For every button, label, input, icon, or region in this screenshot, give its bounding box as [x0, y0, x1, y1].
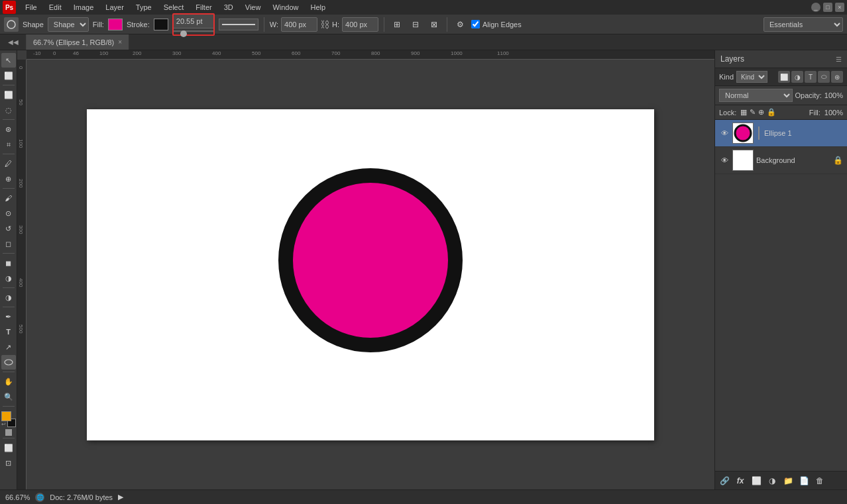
- layer-link-button[interactable]: 🔗: [718, 474, 731, 487]
- quick-select-tool[interactable]: ⊛: [1, 122, 16, 136]
- layer-background[interactable]: 👁 Background 🔒: [715, 147, 847, 174]
- history-brush-tool[interactable]: ↺: [1, 221, 16, 236]
- menu-help[interactable]: Help: [306, 2, 331, 13]
- lasso-tool[interactable]: ◌: [1, 103, 16, 117]
- close-button[interactable]: ×: [835, 3, 844, 12]
- opacity-label: Opacity:: [795, 91, 822, 99]
- ellipse-svg: [87, 109, 654, 440]
- stroke-value-wrap: [172, 13, 215, 36]
- brush-tool[interactable]: 🖌: [1, 191, 16, 205]
- status-info-icon[interactable]: 🌐: [35, 493, 44, 502]
- layer-ellipse-1[interactable]: 👁 Ellipse 1: [715, 120, 847, 147]
- document-tab-close[interactable]: ×: [118, 38, 122, 46]
- menu-type[interactable]: Type: [131, 2, 157, 13]
- lock-position-icon[interactable]: ✎: [750, 108, 756, 117]
- blend-mode-select[interactable]: Normal Multiply Screen Overlay: [719, 89, 793, 102]
- type-filter-icon[interactable]: T: [805, 71, 817, 83]
- frame-tool[interactable]: ⊡: [1, 456, 16, 470]
- default-colors-icon[interactable]: ↩: [1, 421, 6, 427]
- shape-tool[interactable]: [1, 355, 16, 370]
- layer-fx-button[interactable]: fx: [734, 474, 747, 487]
- transform-align-icon[interactable]: ⊠: [427, 17, 441, 32]
- quick-mask-icon[interactable]: [5, 429, 12, 436]
- layer-ellipse-1-visibility[interactable]: 👁: [719, 128, 730, 138]
- kind-filter-select[interactable]: Kind: [736, 71, 767, 83]
- stroke-slider[interactable]: [174, 28, 213, 34]
- transform-path-icon[interactable]: ⊟: [408, 17, 423, 32]
- document-tab[interactable]: 66.7% (Ellipse 1, RGB/8) ×: [27, 34, 129, 50]
- delete-layer-button[interactable]: 🗑: [813, 474, 826, 487]
- stroke-value-input[interactable]: [174, 15, 213, 28]
- shape-dropdown[interactable]: Shape Path Pixels: [48, 17, 89, 32]
- layer-adjustment-button[interactable]: ◑: [765, 474, 779, 487]
- zoom-tool[interactable]: 🔍: [1, 389, 16, 404]
- main-layout: ↖ ⬜ ⬜ ◌ ⊛ ⌗ 🖊 ⊕ 🖌 ⊙ ↺ ◻ ◼ ◑ ◑ ✒ T ↗ ✋ 🔍: [0, 50, 847, 489]
- artboard-tool[interactable]: ⬜: [1, 68, 16, 83]
- menu-window[interactable]: Window: [267, 2, 304, 13]
- menu-select[interactable]: Select: [158, 2, 190, 13]
- pixel-filter-icon[interactable]: ⬜: [778, 71, 790, 83]
- minimize-button[interactable]: _: [811, 3, 820, 12]
- transform-warp-icon[interactable]: ⊞: [390, 17, 404, 32]
- menu-3d[interactable]: 3D: [219, 2, 239, 13]
- fill-value[interactable]: 100%: [824, 109, 843, 117]
- lock-artboard-icon[interactable]: ⊕: [758, 108, 764, 117]
- panel-menu-icon[interactable]: ☰: [836, 56, 842, 63]
- workspace-dropdown[interactable]: Essentials: [763, 17, 843, 32]
- clone-stamp-tool[interactable]: ⊙: [1, 206, 16, 221]
- gradient-tool[interactable]: ◼: [1, 256, 16, 270]
- panel-collapse-btn[interactable]: ◀◀: [0, 34, 27, 50]
- move-tool[interactable]: ↖: [1, 53, 16, 68]
- menu-filter[interactable]: Filter: [190, 2, 217, 13]
- w-label: W:: [270, 21, 278, 28]
- tools-panel: ↖ ⬜ ⬜ ◌ ⊛ ⌗ 🖊 ⊕ 🖌 ⊙ ↺ ◻ ◼ ◑ ◑ ✒ T ↗ ✋ 🔍: [0, 50, 17, 489]
- menu-layer[interactable]: Layer: [100, 2, 129, 13]
- layers-blend-bar: Normal Multiply Screen Overlay Opacity: …: [715, 86, 847, 105]
- blur-tool[interactable]: ◑: [1, 271, 16, 285]
- path-selection-tool[interactable]: ↗: [1, 340, 16, 354]
- maximize-button[interactable]: □: [823, 3, 832, 12]
- menu-edit[interactable]: Edit: [44, 2, 67, 13]
- layer-ellipse-1-thumbnail: [732, 123, 754, 144]
- doc-info: Doc: 2.76M/0 bytes: [50, 493, 113, 501]
- width-input[interactable]: [281, 17, 317, 32]
- height-input[interactable]: [342, 17, 378, 32]
- hand-tool[interactable]: ✋: [1, 374, 16, 389]
- align-edges-checkbox[interactable]: [471, 20, 480, 28]
- smart-filter-icon[interactable]: ⊛: [831, 71, 843, 83]
- pen-tool[interactable]: ✒: [1, 309, 16, 324]
- shape-filter-icon[interactable]: ⬭: [818, 71, 830, 83]
- canvas-document[interactable]: [87, 109, 654, 440]
- fill-color-swatch[interactable]: [108, 19, 123, 30]
- opacity-value[interactable]: 100%: [824, 91, 843, 99]
- marquee-tool[interactable]: ⬜: [1, 87, 16, 102]
- crop-tool[interactable]: ⌗: [1, 137, 16, 152]
- status-expand-arrow[interactable]: ▶: [118, 493, 123, 501]
- separator-2: [384, 17, 384, 32]
- layer-mask-button[interactable]: ⬜: [750, 474, 763, 487]
- foreground-color-swatch[interactable]: [1, 411, 11, 421]
- layer-background-visibility[interactable]: 👁: [719, 155, 730, 166]
- eraser-tool[interactable]: ◻: [1, 236, 16, 251]
- lock-pixels-icon[interactable]: ▦: [740, 108, 747, 117]
- layer-ellipse-1-name: Ellipse 1: [764, 129, 843, 137]
- adjustment-filter-icon[interactable]: ◑: [791, 71, 803, 83]
- layer-folder-button[interactable]: 📁: [781, 474, 795, 487]
- menu-image[interactable]: Image: [68, 2, 99, 13]
- ellipse-tool-icon[interactable]: [4, 17, 19, 32]
- new-layer-button[interactable]: 📄: [797, 474, 811, 487]
- type-tool[interactable]: T: [1, 325, 16, 339]
- lock-all-icon[interactable]: 🔒: [767, 108, 776, 117]
- eyedropper-tool[interactable]: 🖊: [1, 156, 16, 171]
- tool-sep-5: [3, 253, 15, 254]
- menu-view[interactable]: View: [240, 2, 266, 13]
- dodge-tool[interactable]: ◑: [1, 290, 16, 305]
- stroke-color-swatch[interactable]: [154, 19, 168, 30]
- spot-heal-tool[interactable]: ⊕: [1, 172, 16, 186]
- gear-icon[interactable]: ⚙: [453, 17, 467, 32]
- screen-mode-icon[interactable]: ⬜: [1, 440, 16, 455]
- stroke-line-preview[interactable]: [219, 19, 258, 30]
- chain-icon[interactable]: ⛓: [320, 19, 329, 30]
- layer-background-thumbnail: [732, 150, 754, 171]
- menu-file[interactable]: File: [20, 2, 42, 13]
